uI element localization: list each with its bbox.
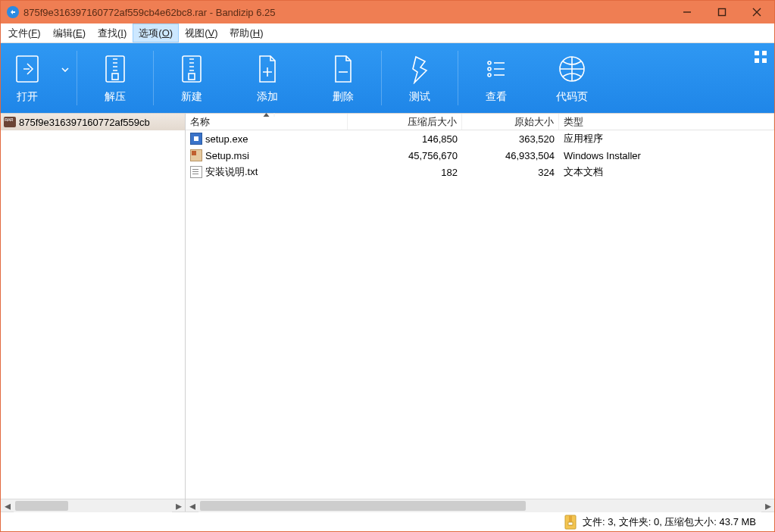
- svg-point-7: [488, 67, 491, 70]
- toolbar-open-dropdown[interactable]: [54, 43, 77, 113]
- exe-file-icon: [190, 133, 202, 145]
- column-header-compressed-size[interactable]: 压缩后大小: [348, 114, 462, 130]
- file-row[interactable]: setup.exe 146,850 363,520 应用程序: [186, 130, 774, 147]
- file-row[interactable]: Setup.msi 45,756,670 46,933,504 Windows …: [186, 147, 774, 164]
- window-controls: [670, 1, 774, 23]
- menu-edit[interactable]: 编辑(E): [47, 23, 92, 42]
- archive-status-icon: [564, 515, 577, 530]
- menu-view[interactable]: 视图(V): [179, 23, 223, 42]
- toolbar: 打开 解压 新建 添加 删除 测试: [1, 43, 774, 113]
- sort-ascending-icon: [258, 113, 274, 117]
- menu-help[interactable]: 帮助(H): [223, 23, 269, 42]
- file-original-size: 363,520: [462, 133, 559, 145]
- scroll-thumb[interactable]: [200, 501, 526, 511]
- app-icon: [7, 6, 19, 18]
- svg-rect-12: [568, 522, 573, 525]
- file-name: 安装说明.txt: [205, 165, 258, 179]
- file-compressed-size: 182: [348, 167, 462, 178]
- window-title: 875f9e316397160772af559cb4e62bc8.rar - B…: [23, 7, 670, 18]
- file-list-body[interactable]: setup.exe 146,850 363,520 应用程序 Setup.msi…: [186, 130, 774, 499]
- scroll-left-icon[interactable]: ◂: [186, 499, 198, 512]
- file-type: 应用程序: [559, 132, 774, 146]
- tree-root-label: 875f9e316397160772af559cb: [19, 117, 150, 128]
- app-window: 875f9e316397160772af559cb4e62bc8.rar - B…: [0, 0, 775, 532]
- file-list-panel: 名称 压缩后大小 原始大小 类型 setup.exe 146,850 363,5…: [186, 114, 774, 512]
- scroll-thumb[interactable]: [15, 501, 68, 511]
- menu-find[interactable]: 查找(I): [92, 23, 133, 42]
- file-original-size: 324: [462, 167, 559, 178]
- test-icon: [405, 52, 434, 86]
- file-compressed-size: 45,756,670: [348, 150, 462, 161]
- menu-file[interactable]: 文件(F): [2, 23, 47, 42]
- msi-file-icon: [190, 149, 202, 161]
- svg-rect-0: [719, 9, 726, 16]
- file-row[interactable]: 安装说明.txt 182 324 文本文档: [186, 164, 774, 180]
- scroll-left-icon[interactable]: ◂: [1, 499, 14, 512]
- file-type: 文本文档: [559, 165, 774, 179]
- toolbar-extract[interactable]: 解压: [77, 43, 153, 113]
- svg-rect-5: [189, 74, 195, 80]
- file-original-size: 46,933,504: [462, 150, 559, 161]
- tree-root-item[interactable]: 875f9e316397160772af559cb: [1, 114, 185, 130]
- minimize-button[interactable]: [670, 1, 705, 23]
- toolbar-view[interactable]: 查看: [458, 43, 534, 113]
- menu-options[interactable]: 选项(O): [133, 23, 179, 42]
- svg-point-6: [488, 61, 491, 64]
- status-text: 文件: 3, 文件夹: 0, 压缩包大小: 43.7 MB: [583, 515, 774, 529]
- sidebar-hscrollbar[interactable]: ◂ ▸: [1, 499, 185, 512]
- status-bar: 文件: 3, 文件夹: 0, 压缩包大小: 43.7 MB: [1, 512, 774, 531]
- file-compressed-size: 146,850: [348, 133, 462, 145]
- maximize-button[interactable]: [705, 1, 739, 23]
- scroll-right-icon[interactable]: ▸: [172, 499, 185, 512]
- toolbar-new[interactable]: 新建: [154, 43, 230, 113]
- svg-rect-4: [183, 56, 201, 82]
- menu-bar: 文件(F) 编辑(E) 查找(I) 选项(O) 视图(V) 帮助(H): [1, 23, 774, 43]
- svg-rect-2: [106, 56, 124, 82]
- toolbar-test[interactable]: 测试: [382, 43, 458, 113]
- svg-rect-3: [112, 74, 118, 80]
- close-button[interactable]: [739, 1, 774, 23]
- file-list-header: 名称 压缩后大小 原始大小 类型: [186, 114, 774, 130]
- codepage-icon: [558, 52, 586, 86]
- file-type: Windows Installer: [559, 150, 774, 161]
- rar-archive-icon: [4, 117, 16, 127]
- column-header-original-size[interactable]: 原始大小: [462, 114, 559, 130]
- column-header-type[interactable]: 类型: [559, 114, 774, 130]
- toolbar-add[interactable]: 添加: [230, 43, 305, 113]
- txt-file-icon: [190, 166, 202, 178]
- toolbar-open[interactable]: 打开: [1, 43, 54, 113]
- toolbar-codepage[interactable]: 代码页: [534, 43, 610, 113]
- file-name: Setup.msi: [205, 150, 249, 161]
- chevron-down-icon: [61, 43, 69, 97]
- toolbar-delete[interactable]: 删除: [305, 43, 381, 113]
- new-icon: [177, 52, 206, 86]
- content-area: 875f9e316397160772af559cb ◂ ▸ 名称 压缩后大小 原…: [1, 113, 774, 512]
- scroll-track[interactable]: [14, 499, 172, 512]
- extract-icon: [101, 52, 130, 86]
- toolbar-grid-icon[interactable]: [755, 51, 767, 63]
- column-header-name[interactable]: 名称: [186, 114, 348, 130]
- view-icon: [482, 52, 511, 86]
- add-icon: [253, 52, 282, 86]
- svg-point-8: [488, 74, 491, 77]
- title-bar[interactable]: 875f9e316397160772af559cb4e62bc8.rar - B…: [1, 1, 774, 23]
- folder-tree[interactable]: 875f9e316397160772af559cb: [1, 114, 185, 499]
- file-name: setup.exe: [205, 133, 248, 145]
- open-icon: [13, 52, 42, 86]
- scroll-right-icon[interactable]: ▸: [761, 499, 774, 512]
- sidebar: 875f9e316397160772af559cb ◂ ▸: [1, 114, 186, 512]
- delete-icon: [329, 52, 358, 86]
- scroll-track[interactable]: [198, 499, 761, 512]
- filelist-hscrollbar[interactable]: ◂ ▸: [186, 499, 774, 512]
